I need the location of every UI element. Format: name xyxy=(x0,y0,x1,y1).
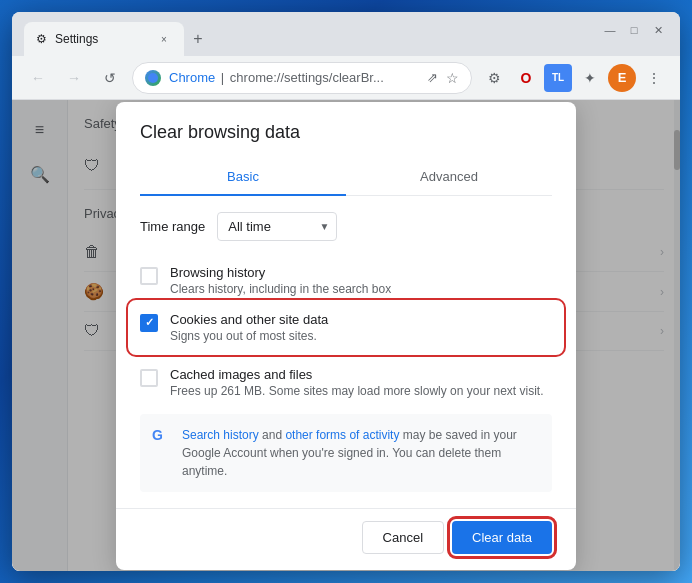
dialog-overlay: Clear browsing data Basic Advanced xyxy=(12,100,680,571)
browsing-history-desc: Clears history, including in the search … xyxy=(170,282,552,296)
other-activity-link[interactable]: other forms of activity xyxy=(285,428,399,442)
cached-label: Cached images and files xyxy=(170,367,552,382)
clear-browsing-data-dialog: Clear browsing data Basic Advanced xyxy=(116,102,576,570)
browser-window: ⚙ Settings × + — □ ✕ ← → ↺ Chrome | chro… xyxy=(12,12,680,571)
extensions-icon[interactable]: ✦ xyxy=(576,64,604,92)
settings-icon[interactable]: ⚙ xyxy=(480,64,508,92)
cookies-desc: Signs you out of most sites. xyxy=(170,329,552,343)
google-account-note: G Search history and other forms of acti… xyxy=(140,414,552,492)
opera-icon[interactable]: O xyxy=(512,64,540,92)
checkbox-cached-text: Cached images and files Frees up 261 MB.… xyxy=(170,367,552,398)
google-logo: G xyxy=(152,427,172,447)
dialog-tabs: Basic Advanced xyxy=(140,159,552,196)
svg-point-0 xyxy=(148,73,158,83)
cached-desc: Frees up 261 MB. Some sites may load mor… xyxy=(170,384,552,398)
address-favicon xyxy=(145,70,161,86)
browsing-history-label: Browsing history xyxy=(170,265,552,280)
address-bar[interactable]: Chrome | chrome://settings/clearBr... ⇗ … xyxy=(132,62,472,94)
toolbar-icons: ⚙ O TL ✦ E ⋮ xyxy=(480,64,668,92)
checkbox-browsing-history-text: Browsing history Clears history, includi… xyxy=(170,265,552,296)
checkbox-cookies-input[interactable]: ✓ xyxy=(140,314,158,332)
tab-title: Settings xyxy=(55,32,98,46)
close-button[interactable]: ✕ xyxy=(648,20,668,40)
address-url: chrome://settings/clearBr... xyxy=(230,70,384,85)
more-menu-button[interactable]: ⋮ xyxy=(640,64,668,92)
tl-extension-icon[interactable]: TL xyxy=(544,64,572,92)
time-range-row: Time range All time Last hour Last 24 ho… xyxy=(140,212,552,241)
share-icon[interactable]: ⇗ xyxy=(427,70,438,85)
bookmark-icon[interactable]: ☆ xyxy=(446,70,459,86)
clear-data-button[interactable]: Clear data xyxy=(452,521,552,554)
search-history-link[interactable]: Search history xyxy=(182,428,259,442)
time-range-select-wrapper: All time Last hour Last 24 hours Last 7 … xyxy=(217,212,337,241)
checkbox-cookies-text: Cookies and other site data Signs you ou… xyxy=(170,312,552,343)
address-path: | xyxy=(217,70,228,85)
browser-toolbar: ← → ↺ Chrome | chrome://settings/clearBr… xyxy=(12,56,680,100)
browser-tab[interactable]: ⚙ Settings × xyxy=(24,22,184,56)
window-controls: — □ ✕ xyxy=(600,20,668,40)
title-bar: ⚙ Settings × + — □ ✕ xyxy=(12,12,680,56)
tab-advanced[interactable]: Advanced xyxy=(346,159,552,196)
note-middle-text: and xyxy=(262,428,285,442)
cancel-button[interactable]: Cancel xyxy=(362,521,444,554)
time-range-label: Time range xyxy=(140,219,205,234)
tab-close-button[interactable]: × xyxy=(156,31,172,47)
refresh-button[interactable]: ↺ xyxy=(96,64,124,92)
tab-basic[interactable]: Basic xyxy=(140,159,346,196)
dialog-body: Time range All time Last hour Last 24 ho… xyxy=(116,196,576,508)
cookies-label: Cookies and other site data xyxy=(170,312,552,327)
tab-favicon: ⚙ xyxy=(36,32,47,46)
dialog-title: Clear browsing data xyxy=(140,122,552,143)
profile-icon[interactable]: E xyxy=(608,64,636,92)
dialog-footer: Cancel Clear data xyxy=(116,508,576,570)
maximize-button[interactable]: □ xyxy=(624,20,644,40)
forward-button[interactable]: → xyxy=(60,64,88,92)
back-button[interactable]: ← xyxy=(24,64,52,92)
time-range-select[interactable]: All time Last hour Last 24 hours Last 7 … xyxy=(217,212,337,241)
address-text: Chrome | chrome://settings/clearBr... xyxy=(169,70,419,85)
checkbox-browsing-history-input[interactable] xyxy=(140,267,158,285)
content-area: ≡ 🔍 Safety ch 🛡 ow Privacy s 🗑 › 🍪 xyxy=(12,100,680,571)
checkbox-cached: Cached images and files Frees up 261 MB.… xyxy=(140,359,552,406)
checkbox-browsing-history: Browsing history Clears history, includi… xyxy=(140,257,552,304)
checkmark-icon: ✓ xyxy=(145,316,154,329)
new-tab-button[interactable]: + xyxy=(184,25,212,53)
address-site: Chrome xyxy=(169,70,215,85)
google-note-text: Search history and other forms of activi… xyxy=(182,426,540,480)
minimize-button[interactable]: — xyxy=(600,20,620,40)
dialog-header: Clear browsing data Basic Advanced xyxy=(116,102,576,196)
checkbox-cached-input[interactable] xyxy=(140,369,158,387)
checkbox-cookies: ✓ Cookies and other site data Signs you … xyxy=(132,304,560,351)
